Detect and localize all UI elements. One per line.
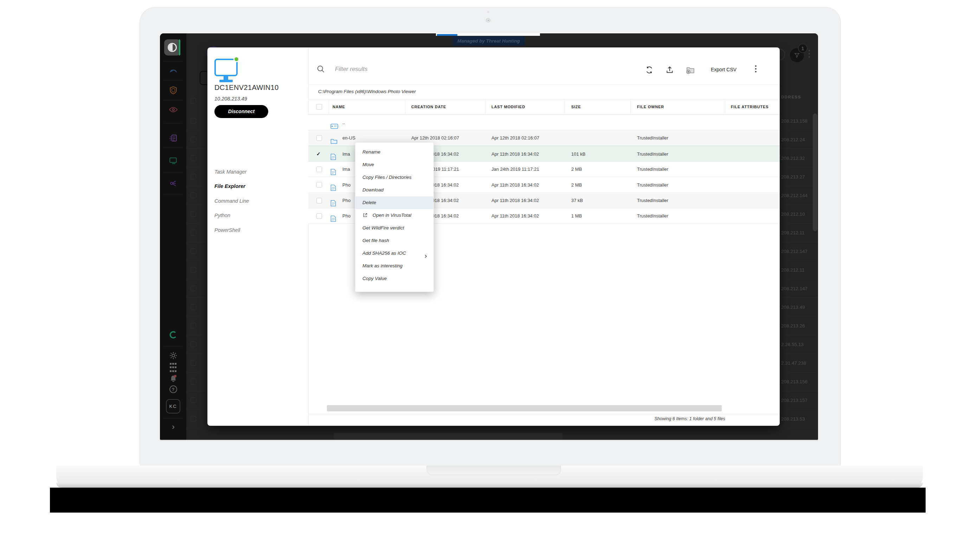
column-header-owner[interactable]: FILE OWNER [637, 105, 664, 109]
laptop-base [56, 466, 923, 488]
last-modified: Apr 11th 2018 16:34:02 [491, 208, 539, 224]
sidebar-item-task-manager[interactable]: Task Manager [214, 169, 247, 175]
table-row[interactable]: .. [308, 115, 780, 130]
horizontal-scrollbar[interactable] [327, 405, 722, 411]
graph-icon[interactable] [168, 178, 178, 189]
disconnect-button[interactable]: Disconnect [214, 105, 268, 118]
device-name: DC1ENV21AWIN10 [214, 84, 279, 92]
file-name: Ima [342, 146, 350, 162]
file-name: Pho [342, 177, 350, 193]
row-checkbox[interactable] [316, 198, 322, 204]
help-glyph: ? [169, 385, 177, 393]
camera-dot [487, 11, 489, 13]
report-icon[interactable] [168, 133, 178, 143]
help-icon[interactable]: ? [168, 384, 178, 395]
column-header-size[interactable]: SIZE [571, 105, 581, 109]
background-ip-cell: 208.212.24 [781, 130, 805, 149]
current-path: C:\Program Files (x86)\Windows Photo Vie… [318, 89, 416, 94]
column-header-modified[interactable]: LAST MODIFIED [491, 105, 525, 109]
footer-divider [308, 414, 780, 414]
background-ip-cell: 208.213.156 [781, 372, 808, 391]
row-checkbox[interactable] [316, 182, 322, 188]
file-icon [330, 213, 336, 228]
expand-chevron-icon[interactable] [168, 422, 178, 433]
file-name: Ima [342, 162, 350, 177]
last-modified: Apr 11th 2018 16:34:02 [491, 177, 539, 193]
menu-item-rename[interactable]: Rename [355, 146, 433, 158]
shield-icon[interactable] [168, 85, 178, 95]
refresh-icon[interactable] [644, 65, 654, 75]
menu-item-mark-interesting[interactable]: Mark as interesting [355, 259, 433, 272]
background-ip-cell: 208.212.147 [781, 242, 808, 261]
column-header-name[interactable]: NAME [333, 105, 345, 109]
select-all-checkbox[interactable] [316, 104, 322, 110]
menu-item-download[interactable]: Download [355, 184, 433, 196]
menu-item-wildfire[interactable]: Get WildFire verdict [355, 222, 433, 234]
file-name: Pho [342, 208, 350, 224]
apps-grid-icon[interactable] [168, 362, 178, 373]
active-indicator [179, 39, 180, 56]
file-size: 2 MB [571, 162, 582, 177]
gear-icon[interactable] [168, 350, 178, 361]
monitor-icon[interactable] [168, 155, 178, 166]
export-csv-button[interactable]: Export CSV [711, 67, 736, 72]
file-size: 2 MB [571, 177, 582, 193]
row-checkbox[interactable] [316, 167, 322, 172]
device-online-dot [233, 56, 239, 62]
kebab-menu-icon[interactable] [755, 65, 757, 74]
table-header: NAME CREATION DATE LAST MODIFIED SIZE FI… [308, 99, 780, 115]
search-input[interactable]: Filter results [335, 66, 368, 73]
last-modified: Apr 11th 2018 16:34:02 [491, 146, 539, 162]
last-modified: Jan 24th 2019 11:17:21 [491, 162, 539, 177]
last-modified: Apr 12th 2018 02:16:07 [491, 130, 539, 146]
checkmark-icon[interactable]: ✓ [316, 146, 320, 162]
add-folder-icon[interactable] [685, 65, 695, 75]
row-checkbox[interactable] [316, 135, 322, 141]
avatar[interactable]: KC [166, 399, 180, 414]
last-modified: Apr 11th 2018 16:34:02 [491, 193, 539, 208]
column-header-attributes[interactable]: FILE ATTRIBUTES [731, 105, 768, 109]
external-link-icon [362, 213, 369, 219]
file-name: en-US [342, 130, 355, 146]
row-checkbox[interactable] [316, 213, 322, 219]
file-owner: TrustedInstaller [637, 162, 668, 177]
menu-item-virustotal[interactable]: Open in VirusTotal [355, 209, 433, 222]
background-header-checkbox [191, 98, 196, 103]
background-ip-cell: 208.212.32 [781, 149, 805, 167]
cortex-logo[interactable] [164, 39, 180, 56]
upload-icon[interactable] [665, 65, 675, 75]
background-footer-block [334, 433, 562, 439]
menu-item-copy[interactable]: Copy Files / Directories [355, 171, 433, 184]
file-size: 101 kB [571, 146, 585, 162]
sidebar-item-file-explorer[interactable]: File Explorer [214, 183, 245, 190]
file-owner: TrustedInstaller [637, 208, 668, 224]
background-scrollbar[interactable] [813, 113, 817, 231]
background-ip-cell: 208.213.158 [781, 112, 808, 130]
menu-item-copy-value[interactable]: Copy Value [355, 272, 433, 285]
gauge-icon[interactable] [168, 65, 178, 76]
eye-icon[interactable] [168, 104, 178, 115]
background-ip-cell: 208.212.10 [781, 205, 805, 223]
sidebar-item-powershell[interactable]: PowerShell [214, 227, 240, 234]
file-owner: TrustedInstaller [637, 193, 668, 208]
menu-item-add-ioc[interactable]: Add SHA256 as IOC [355, 247, 433, 259]
background-ip-cell: 208.212.147 [781, 279, 808, 298]
ring-icon[interactable] [168, 329, 178, 340]
background-ip-cell: 208.213.49 [781, 298, 805, 317]
menu-item-file-hash[interactable]: Get file hash [355, 234, 433, 247]
background-kebab-menu-icon[interactable] [809, 50, 810, 59]
cortex-logo-glyph [168, 43, 177, 52]
background-ip-cell: 208.213.157 [781, 391, 808, 410]
column-header-creation[interactable]: CREATION DATE [411, 105, 446, 109]
path-bar: C:\Program Files (x86)\Windows Photo Vie… [308, 84, 780, 99]
sidebar-item-python[interactable]: Python [214, 213, 230, 219]
app-sidebar-rail: ? KC [160, 33, 186, 440]
menu-item-move[interactable]: Move [355, 158, 433, 171]
bell-icon[interactable] [168, 373, 178, 383]
background-ip-cell: 2.26.55.13 [781, 335, 804, 354]
device-ip: 10.208.213.49 [214, 96, 247, 102]
file-size: 1 MB [571, 208, 582, 224]
sidebar-item-command-line[interactable]: Command Line [214, 198, 249, 204]
menu-item-delete[interactable]: Delete [355, 196, 433, 209]
background-progress-bar [437, 34, 457, 36]
